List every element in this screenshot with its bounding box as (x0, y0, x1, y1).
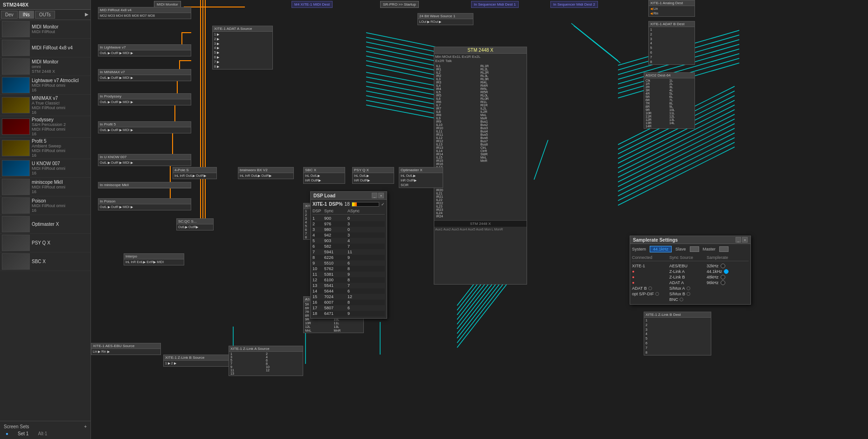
sample-48-radio[interactable] (721, 275, 725, 279)
item-name: Poison (32, 198, 89, 203)
item-thumbnail (2, 197, 30, 214)
sample-441-label: 44.1kHz (707, 269, 722, 274)
dsp-row-extra (364, 283, 380, 288)
node-label: In Sequencer Midi Dest 2 (553, 2, 595, 7)
sample-96-radio[interactable] (721, 280, 725, 285)
master-label: Master (703, 247, 716, 251)
system-value: 44.1kHz (650, 246, 672, 252)
zlink-port: 13 (230, 372, 266, 375)
dsp-row-async: 9 (347, 255, 364, 260)
list-item: Optimaster X (0, 215, 90, 234)
dsp-row-extra (364, 261, 380, 265)
dsp-bar (352, 202, 379, 207)
dsp-row: 13 5541 7 (312, 283, 385, 288)
item-sub: S&H Percussion 2 (32, 122, 89, 127)
node-seq-midi-dest1: In Sequencer Midi Dest 1 (471, 1, 519, 8)
port-entry: OutL ▶ OutR ▶ MIDI ▶ (100, 128, 189, 132)
item-info: Prodyssey S&H Percussion 2 MIDI FilRout … (32, 117, 89, 136)
node-header: XITE-1 Analog Dest (649, 0, 694, 6)
sample-minimize-button[interactable]: _ (736, 237, 741, 243)
node-xite-zlink-a-source: XITE-1 Z-Link A Source 12 34 56 78 910 1… (229, 346, 303, 376)
asio-d-port: 6R (646, 98, 669, 102)
dsp-row-num: 17 (312, 306, 324, 310)
port-entry: LOut ▶ ROut ▶ (419, 20, 472, 24)
item-sub2: 16 (32, 88, 89, 92)
dsp-row: 10 5762 8 (312, 266, 385, 272)
zlink-port: 10 (266, 365, 301, 369)
dsp-row-sync: 5644 (324, 289, 347, 293)
sample-col-headers: Connected Sync Source Samplerate (632, 255, 749, 261)
item-sub: MIDI FilRout omni (32, 203, 89, 208)
port-entry: 7 ▶ (214, 60, 271, 64)
dsp-row-extra (364, 216, 380, 221)
node-m4-xite-midi-dest: M4 XITE-1 MIDI Dest (292, 1, 333, 8)
dsp-row-extra (364, 272, 380, 277)
asio-d-port: 3L (669, 85, 693, 89)
screen-sets-label: Screen Sets (4, 424, 29, 429)
dsp-row-sync: 5762 (324, 266, 347, 271)
asio-port: 11L (334, 321, 362, 325)
bnc-label: BNC (669, 297, 678, 302)
dsp-row-extra (364, 244, 380, 249)
port-entry: OutL ▶ OutR ▶ MIDI ▶ (100, 100, 189, 105)
dsp-device-label: XITE-1 (312, 202, 327, 207)
node-24bit-wave: 24 Bit Wave Source 1 LOut ▶ ROut ▶ (417, 13, 473, 25)
dialog-minimize-button[interactable]: _ (372, 193, 377, 198)
sample-row-xite1: XITE-1 AES/EBU 32kHz (632, 263, 749, 269)
sample-title: Samplerate Settings (633, 237, 678, 243)
dsp-row-async: 9 (347, 272, 364, 277)
stm-port-grid: Min MOut Ex1L Ex1R Ex2L Ex2R Talk (434, 54, 527, 64)
zlink-port: 3 (230, 355, 266, 359)
dsp-row-num: 12 (312, 278, 324, 282)
sidebar-scroll-right[interactable]: ▶ (84, 11, 90, 19)
port-entry: InL InR OutL▶ OutR▶ (174, 174, 215, 178)
samplerate-dialog: Samplerate Settings _ × System 44.1kHz S… (630, 236, 751, 305)
sidebar-tab-dev[interactable]: Dev (1, 11, 18, 19)
sample-close-button[interactable]: × (742, 237, 748, 243)
smux-b-dot (687, 292, 690, 296)
port-list: OutL ▶ OutR ▶ MIDI ▶ (98, 50, 191, 56)
sample-32k-radio[interactable] (721, 264, 725, 268)
zlink-port: 2 (266, 352, 301, 355)
node-label: In Sequencer Midi Dest 1 (474, 2, 516, 7)
asio-port: 13L (334, 325, 362, 328)
zlink-port: 11 (230, 369, 266, 372)
dsp-row-async: 8 (347, 300, 364, 305)
stm-port-header-right (480, 55, 526, 63)
slave-label: Slave (675, 247, 686, 251)
dsp-row-num: 18 (312, 311, 324, 316)
sample-32k-label: 32kHz (707, 264, 719, 268)
stm-left-ports: IL1IR1IL2IR2IL3 IR3IL4IR4IL5IR5 IL6IR6IL… (436, 64, 480, 218)
asio-d-port: Clk (646, 79, 669, 82)
port-list: OutL ▶ OutR ▶ MIDI ▶ (98, 204, 191, 210)
screen-sets-add[interactable]: + (84, 424, 87, 429)
node-sbcx: SBC X InL OutL▶ InR OutR▶ (303, 167, 345, 184)
sidebar-item-list: MIDI Monitor MIDI FilRout MIDI FilRout 4… (0, 20, 90, 421)
dsp-row-sync: 6471 (324, 311, 347, 316)
dsp-load-dialog: DSP Load _ × XITE-1 DSP% 18 ✓ DSP Sync A… (310, 191, 387, 319)
port-entry: 3 (650, 37, 693, 42)
dsp-row-sync: 582 (324, 244, 347, 249)
item-info: U KNOW 007 MIDI FilRout omni 16 (32, 161, 89, 175)
node-prodyssey: In Prodyssey OutL ▶ OutR ▶ MIDI ▶ (98, 93, 191, 105)
item-thumbnail (2, 40, 30, 56)
node-sr-pro: SR-PRO >> Startup (380, 1, 419, 8)
screen-set-item: ● Set 1 Alt·1 (2, 430, 89, 437)
sample-441-radio[interactable] (724, 269, 729, 274)
sidebar-footer: Screen Sets + ● Set 1 Alt·1 (0, 421, 90, 439)
port-entry: OutL ▶ OutR ▶ MIDI ▶ (100, 160, 189, 165)
dsp-row-async: 6 (347, 306, 364, 310)
sidebar-tab-outs[interactable]: OUTs (35, 11, 55, 19)
dialog-close-button[interactable]: × (378, 193, 384, 198)
dsp-row-extra (364, 306, 380, 310)
dsp-row-async: 8 (347, 278, 364, 282)
sidebar-tab-ins[interactable]: INs (19, 11, 34, 19)
port-entry: 6 (646, 341, 709, 346)
dsp-row: 12 6100 8 (312, 277, 385, 283)
main-canvas[interactable]: MIDI Monitor M4 XITE-1 MIDI Dest SR-PRO … (91, 0, 868, 439)
sync-zlinkb: Z-Link B (669, 275, 707, 279)
node-header: In U KNOW 007 (98, 154, 191, 160)
sample-header-row: System 44.1kHz Slave Master (632, 246, 749, 252)
dsp-row-num: 4 (312, 233, 324, 237)
screen-set-indicator[interactable]: ● (6, 431, 8, 436)
